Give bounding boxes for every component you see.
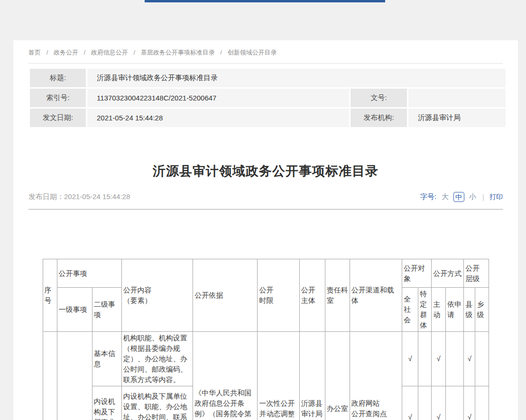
- page-title: 沂源县审计领域政务公开事项标准目录: [28, 163, 503, 180]
- header-item-group: 公开事项: [57, 259, 121, 288]
- document-meta-table: 标题: 沂源县审计领域政务公开事项标准目录 索引号: 1137032300422…: [28, 67, 507, 128]
- header-level2: 二级事项: [92, 288, 121, 332]
- header-level: 公开 层级: [464, 259, 489, 288]
- cell-check-specific: [418, 332, 432, 386]
- meta-docnum-value: [408, 89, 506, 107]
- header-dept: 责任科室: [325, 259, 350, 332]
- header-level-town: 乡级: [475, 288, 489, 332]
- meta-date-label: 发文日期:: [30, 109, 86, 127]
- meta-org-label: 发布机构:: [351, 109, 407, 127]
- content-card: 首页 / 政务公开 / 政府信息公开 / 基层政务公开事项标准目录 / 创新领域…: [13, 40, 518, 420]
- breadcrumb-home[interactable]: 首页: [28, 49, 41, 56]
- cell-content: 机构职能、机构设置（根据县委编办规定）、办公地址、办公时间、邮政编码、联系方式等…: [121, 332, 193, 386]
- meta-index-value: 11370323004223148C/2021-5200647: [87, 89, 349, 107]
- breadcrumb-separator: /: [46, 49, 48, 56]
- breadcrumb-separator: /: [133, 49, 135, 56]
- header-subject: 公开 主体: [299, 259, 325, 332]
- breadcrumb-separator: /: [220, 49, 222, 56]
- cell-content: 内设机构及下属单位设置、职能、办公地址、办公时间、联系方式、负责人姓名等信息。: [121, 386, 193, 420]
- breadcrumb-jiceng[interactable]: 基层政务公开事项标准目录: [141, 49, 215, 56]
- print-button[interactable]: 打印: [489, 193, 503, 201]
- header-level-county: 县级: [464, 288, 475, 332]
- header-basis: 公开依据: [193, 259, 258, 332]
- publish-date-value: 2021-05-24 15:44:28: [64, 192, 130, 201]
- publish-date: 发布日期：2021-05-24 15:44:28: [28, 192, 130, 201]
- meta-title-label: 标题:: [30, 69, 86, 87]
- publish-date-label: 发布日期：: [28, 192, 64, 201]
- horizontal-divider: [28, 209, 503, 210]
- header-level1: 一级事项: [57, 288, 92, 332]
- header-method-active: 主动: [432, 288, 446, 332]
- cell-level2: 基本信息: [92, 332, 121, 386]
- header-content: 公开内容 （要素）: [121, 259, 193, 332]
- cell-check-county: √: [464, 332, 475, 386]
- page: { "top_bar": { "color": "#2d5c9e" }, "br…: [0, 0, 526, 420]
- catalog-table: 序号 公开事项 公开内容 （要素） 公开依据 公开 时限 公开 主体 责任科室 …: [43, 259, 489, 420]
- header-serial: 序号: [43, 259, 57, 332]
- font-size-large-button[interactable]: 大: [442, 192, 449, 201]
- header-target-specific: 特定群体: [418, 288, 432, 332]
- font-size-small-button[interactable]: 小: [469, 192, 476, 201]
- cell-level1: [57, 332, 92, 420]
- header-target: 公开对象: [402, 259, 432, 288]
- meta-date-value: 2021-05-24 15:44:28: [87, 109, 349, 127]
- meta-index-label: 索引号:: [30, 89, 86, 107]
- meta-org-value: 沂源县审计局: [408, 109, 506, 127]
- header-time-limit: 公开 时限: [258, 259, 299, 332]
- cell-check-active: √: [432, 386, 446, 420]
- meta-title-value: 沂源县审计领域政务公开事项标准目录: [87, 69, 506, 87]
- breadcrumb-xinxi[interactable]: 政府信息公开: [91, 49, 128, 56]
- article-info-line: 发布日期：2021-05-24 15:44:28 字号: 大 中 小 | 打印: [28, 192, 503, 202]
- meta-docnum-label: 文号:: [351, 89, 407, 107]
- cell-channel: 政府网站 公开查阅点: [350, 332, 402, 420]
- header-channel: 公开渠道和载体: [350, 259, 402, 332]
- header-method-request: 依申请: [446, 288, 464, 332]
- breadcrumb: 首页 / 政务公开 / 政府信息公开 / 基层政务公开事项标准目录 / 创新领域…: [28, 40, 503, 64]
- cell-check-request: [446, 386, 464, 420]
- cell-time-limit: 一次性公开并动态调整: [258, 332, 299, 420]
- cell-check-town: [475, 332, 489, 386]
- font-size-medium-button[interactable]: 中: [453, 192, 464, 202]
- header-method: 公开方式: [432, 259, 464, 288]
- cell-level2: 内设机构及下属事业单位: [92, 386, 121, 420]
- top-nav-bottom-bar: [145, 0, 385, 2]
- cell-check-county: √: [464, 386, 475, 420]
- cell-subject: 沂源县审计局: [299, 332, 325, 420]
- cell-check-all: √: [402, 386, 418, 420]
- cell-basis: 《中华人民共和国政府信息公开条例》（国务院令第711号）: [193, 332, 258, 420]
- cell-check-active: √: [432, 332, 446, 386]
- header-target-all: 全社会: [402, 288, 418, 332]
- cell-check-town: [475, 386, 489, 420]
- table-row: 基本信息 机构职能、机构设置（根据县委编办规定）、办公地址、办公时间、邮政编码、…: [43, 332, 489, 386]
- cell-dept: 办公室: [325, 332, 350, 420]
- vertical-separator: |: [482, 193, 484, 201]
- cell-serial: [43, 332, 57, 420]
- breadcrumb-separator: /: [84, 49, 86, 56]
- breadcrumb-chuangxin[interactable]: 创新领域公开目录: [228, 49, 277, 56]
- cell-check-specific: [418, 386, 432, 420]
- font-size-label: 字号:: [420, 192, 436, 201]
- font-size-controls: 字号: 大 中 小 | 打印: [420, 192, 503, 202]
- cell-check-request: [446, 332, 464, 386]
- breadcrumb-zhengwu[interactable]: 政务公开: [54, 49, 78, 56]
- cell-check-all: √: [402, 332, 418, 386]
